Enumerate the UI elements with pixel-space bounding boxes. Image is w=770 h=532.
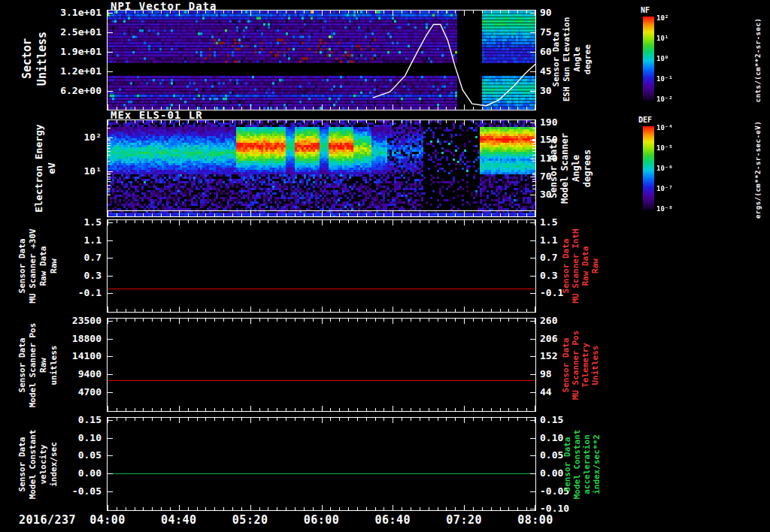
colorbar-tick-label: 10⁻¹ xyxy=(656,75,673,83)
x-axis-tick-label: 07:20 xyxy=(443,513,485,527)
nf-colorbar xyxy=(643,17,654,101)
x-axis-tick-label: 08:00 xyxy=(514,513,556,527)
x-axis-date-label: 2016/237 xyxy=(12,513,83,527)
y-axis-title: Sector Unitless xyxy=(20,32,50,86)
colorbar-tick-label: 10² xyxy=(656,14,668,22)
model-constant-velocity-plot-canvas xyxy=(107,417,536,511)
y-axis-tick-label: 6.2e+00 xyxy=(0,85,102,96)
y-axis-tick-label: 1.2e+01 xyxy=(0,65,102,77)
colorbar-def-label: DEF xyxy=(638,116,652,124)
x-axis-tick-label: 04:00 xyxy=(86,513,129,527)
y-axis-title: Sensor Data Model Constant velocity inde… xyxy=(17,430,59,500)
colorbar-tick-label: 10⁻⁸ xyxy=(656,205,673,213)
y2-axis-title: Sensor Data Model Scanner Angle degrees xyxy=(548,133,593,204)
mu-scanner-raw-plot-canvas xyxy=(107,219,536,313)
def-colorbar xyxy=(643,126,654,210)
y2-axis-tick-label: 260 xyxy=(540,315,594,326)
model-scanner-pos-plot-canvas xyxy=(107,318,536,412)
colorbar-tick-label: 10⁻² xyxy=(656,95,673,103)
y-axis-tick-label: 1.5 xyxy=(0,216,102,228)
colorbar-tick-label: 10⁻⁶ xyxy=(656,165,673,172)
y2-axis-title: Sensor Data MU Scanner IntH Raw Data Raw xyxy=(561,228,600,303)
x-axis-tick-label: 04:40 xyxy=(158,513,200,527)
y-axis-title: Sensor Data Model Scanner Pos Raw unitle… xyxy=(17,323,59,408)
colorbar-tick-label: 10⁻⁵ xyxy=(656,144,673,152)
y-axis-tick-label: 3.1e+01 xyxy=(0,7,102,18)
colorbar-tick-label: 10¹ xyxy=(656,35,668,42)
y2-axis-title: Sensor Data Model Constant acceleration … xyxy=(562,430,602,500)
x-axis-tick-label: 06:00 xyxy=(301,513,343,527)
x-axis-tick-label: 06:40 xyxy=(371,513,414,527)
colorbar-nf-label: NF xyxy=(641,6,650,14)
y-axis-title: Sensor Data MU Scanner +30V Raw Data Raw xyxy=(17,228,59,303)
y2-axis-tick-label: 1.5 xyxy=(540,216,594,228)
spectrogram-figure: NPI Vector Data MEx ELS-01 LR NF DEF cnt… xyxy=(0,0,770,532)
colorbar-tick-label: 10⁻⁷ xyxy=(656,185,673,192)
y2-axis-tick-label: 190 xyxy=(540,116,594,128)
colorbar-tick-label: 10⁻⁴ xyxy=(656,124,673,131)
y2-axis-title: Sensor Data ESH Sun Elevation Angle degr… xyxy=(551,17,593,102)
y2-axis-tick-label: 0.15 xyxy=(540,414,594,425)
y-axis-tick-label: 1.9e+01 xyxy=(0,46,102,57)
y-axis-tick-label: 0.15 xyxy=(0,414,102,425)
x-axis-tick-label: 05:20 xyxy=(229,513,271,527)
colorbar-tick-label: 10⁰ xyxy=(656,55,668,62)
npi-spectrogram-canvas xyxy=(107,10,536,110)
els-spectrogram-canvas xyxy=(107,119,536,217)
colorbar-def-unit-label: ergs/(cm**2-sr-sec-eV) xyxy=(754,121,762,219)
y2-axis-title: Sensor Data MU Scanner Pos Telemetry Uni… xyxy=(561,331,600,401)
y-axis-tick-label: 2.5e+01 xyxy=(0,26,102,38)
colorbar-nf-unit-label: cnts/(cm**2-sr-sec) xyxy=(754,18,762,102)
y-axis-title: Electron Energy eV xyxy=(32,124,58,212)
